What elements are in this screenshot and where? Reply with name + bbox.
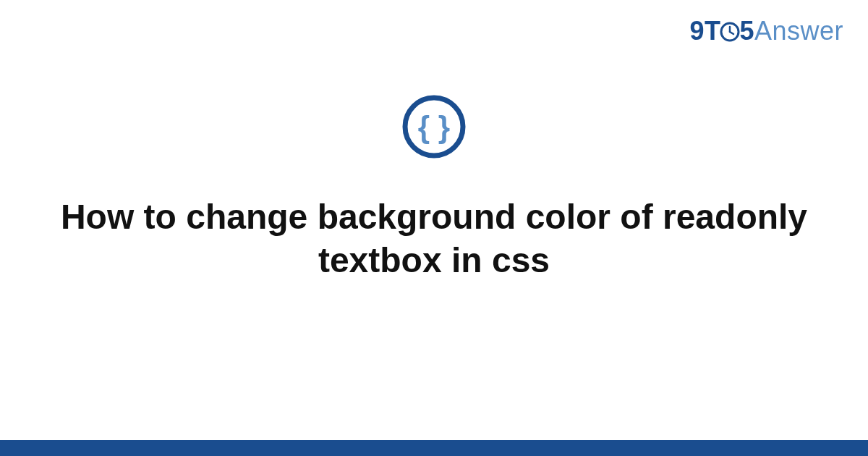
page-title: How to change background color of readon… bbox=[0, 195, 868, 282]
clock-icon bbox=[719, 19, 741, 49]
footer-bar bbox=[0, 440, 868, 456]
brand-answer: Answer bbox=[754, 16, 843, 46]
site-brand: 9T 5Answer bbox=[689, 16, 843, 49]
svg-text:{ }: { } bbox=[418, 110, 450, 144]
brand-t: T bbox=[705, 16, 721, 46]
svg-line-2 bbox=[730, 32, 733, 34]
brand-five: 5 bbox=[739, 16, 754, 46]
brand-nine: 9 bbox=[689, 16, 705, 46]
code-braces-icon: { } bbox=[401, 94, 467, 162]
